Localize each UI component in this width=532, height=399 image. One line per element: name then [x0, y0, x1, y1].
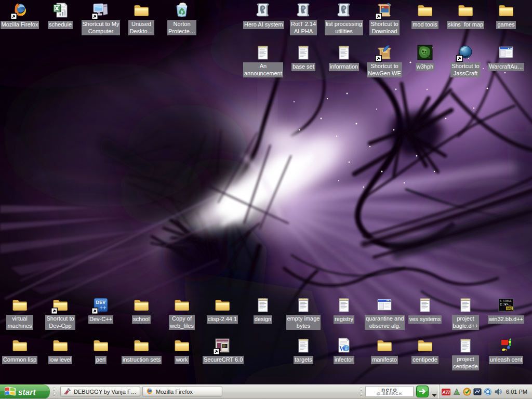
- svg-text:ATI: ATI: [442, 390, 450, 395]
- svg-text:start: start: [18, 388, 36, 397]
